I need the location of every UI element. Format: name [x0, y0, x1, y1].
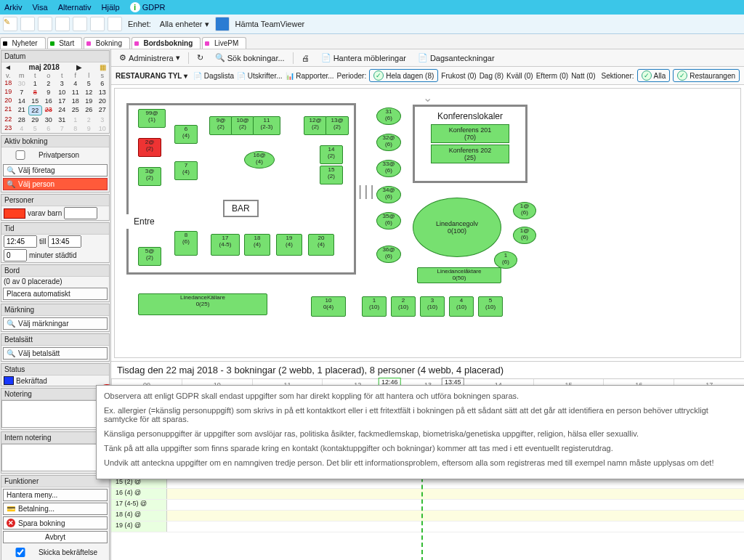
- table[interactable]: 34@(6): [376, 186, 401, 203]
- cal-day[interactable]: 22: [28, 105, 42, 115]
- table[interactable]: 99@(1): [138, 109, 166, 128]
- administrera-button[interactable]: ⚙ Administrera ▾: [116, 52, 184, 64]
- cal-day[interactable]: 2: [42, 79, 56, 88]
- cal-day[interactable]: 7: [15, 88, 29, 97]
- notering-textarea[interactable]: [1, 400, 109, 428]
- cal-day[interactable]: 26: [82, 105, 96, 115]
- linedancekallare[interactable]: LinedanceKällare0(25): [138, 293, 267, 315]
- tab-livepm[interactable]: LivePM: [202, 37, 246, 49]
- timeline-row[interactable]: 19 (4) @: [111, 522, 744, 532]
- cal-day[interactable]: 28: [15, 115, 29, 124]
- betalning-button[interactable]: 💳 Betalning...: [3, 503, 108, 515]
- cal-day[interactable]: 2: [82, 115, 96, 124]
- table[interactable]: 32@(6): [376, 134, 401, 151]
- floor-plan[interactable]: ⌄ Entre BAR ||| Konferenslokaler Konfere…: [114, 88, 741, 358]
- table[interactable]: 16@(4): [244, 151, 275, 169]
- cal-day[interactable]: 30: [42, 115, 56, 124]
- rapporter-button[interactable]: 📊 Rapporter...: [286, 72, 334, 80]
- period-frukost[interactable]: Frukost (0): [441, 72, 476, 80]
- table[interactable]: 33@(6): [376, 160, 401, 177]
- restaurant-dropdown[interactable]: RESTAURANG TYL ▾: [116, 72, 187, 80]
- cal-day[interactable]: 1: [69, 115, 83, 124]
- time-to[interactable]: [48, 235, 81, 248]
- table[interactable]: 9@(2): [209, 116, 232, 135]
- cal-day[interactable]: 5: [28, 124, 42, 133]
- cal-day[interactable]: 10: [96, 124, 110, 133]
- cal-day[interactable]: 5: [82, 79, 96, 88]
- timeline-row[interactable]: 15 (2) @: [111, 478, 744, 489]
- table[interactable]: 6(4): [174, 125, 198, 144]
- cal-day[interactable]: 3: [96, 115, 110, 124]
- konferens-201[interactable]: Konferens 201(70): [431, 124, 509, 143]
- cal-day[interactable]: 10: [55, 88, 69, 97]
- cal-prev[interactable]: ◄: [4, 63, 12, 71]
- cal-day[interactable]: 7: [55, 124, 69, 133]
- intern-notering-textarea[interactable]: [1, 444, 109, 471]
- konferens-202[interactable]: Konferens 202(25): [431, 145, 509, 163]
- spara-bokning-button[interactable]: ✕ Spara bokning: [3, 516, 108, 529]
- table[interactable]: 15(2): [320, 166, 343, 184]
- table[interactable]: 1@(6): [513, 227, 536, 244]
- linedancelaktare[interactable]: Linedancelåktare0(50): [417, 267, 501, 283]
- cal-day[interactable]: 21: [15, 105, 29, 115]
- valj-markningar-button[interactable]: 🔍 Välj märkningar: [3, 317, 108, 330]
- period-kvall[interactable]: Kväll (0): [506, 72, 533, 80]
- cal-day[interactable]: 20: [96, 97, 110, 105]
- cal-day[interactable]: 11: [69, 88, 83, 97]
- cal-day[interactable]: 19: [82, 97, 96, 105]
- table[interactable]: 12@(2): [304, 116, 327, 135]
- cal-day[interactable]: 27: [96, 105, 110, 115]
- period-natt[interactable]: Natt (0): [571, 72, 595, 80]
- print-button[interactable]: 🖨: [298, 52, 313, 64]
- tool-icon-2[interactable]: [55, 17, 70, 31]
- cal-day[interactable]: 13: [96, 88, 110, 97]
- table[interactable]: 35@(6): [376, 212, 401, 230]
- menu-hjalp[interactable]: Hjälp: [102, 3, 120, 12]
- table[interactable]: 5(10): [478, 296, 503, 317]
- menu-visa[interactable]: Visa: [32, 3, 47, 12]
- dagslista-button[interactable]: 📄 Dagslista: [193, 72, 234, 80]
- timeline-row[interactable]: 16 (4) @: [111, 489, 744, 500]
- table[interactable]: 100(4): [311, 296, 346, 317]
- cal-day[interactable]: 17: [55, 97, 69, 105]
- table[interactable]: 3@(2): [138, 167, 161, 186]
- table[interactable]: 2@(2): [138, 138, 161, 157]
- timeline-row[interactable]: 18 (4) @: [111, 511, 744, 522]
- cal-day[interactable]: 14: [15, 97, 29, 105]
- teamviewer-link[interactable]: Hämta TeamViewer: [232, 20, 308, 28]
- hantera-meny-button[interactable]: Hantera meny...: [3, 489, 108, 501]
- valj-foretag-button[interactable]: 🔍 Välj företag: [3, 164, 108, 176]
- linedancegolv[interactable]: Linedancegolv0(100): [413, 198, 501, 257]
- time-from[interactable]: [4, 235, 37, 248]
- cal-pick[interactable]: ▦: [100, 63, 106, 71]
- table[interactable]: 10@(2): [231, 116, 254, 135]
- timeline-row[interactable]: 17 (4-5) @: [111, 500, 744, 511]
- cal-day[interactable]: 9: [42, 88, 56, 97]
- table[interactable]: 1(10): [362, 296, 387, 317]
- cal-day[interactable]: 9: [82, 124, 96, 133]
- sektion-alla[interactable]: ✓Alla: [637, 69, 671, 82]
- cal-day[interactable]: 4: [15, 124, 29, 133]
- table[interactable]: 8(6): [174, 231, 198, 256]
- cal-day[interactable]: 31: [55, 115, 69, 124]
- privatperson-checkbox[interactable]: [7, 150, 34, 160]
- table[interactable]: 13@(2): [326, 116, 349, 135]
- cal-day[interactable]: 12: [82, 88, 96, 97]
- table[interactable]: 3(10): [420, 296, 445, 317]
- tab-bordsbokning[interactable]: Bordsbokning: [132, 37, 201, 49]
- placera-auto-button[interactable]: Placera automatiskt: [3, 288, 108, 300]
- table[interactable]: 1@(6): [513, 202, 536, 219]
- table[interactable]: 4(10): [449, 296, 474, 317]
- cal-day[interactable]: 6: [96, 79, 110, 88]
- cal-day[interactable]: 30: [15, 79, 29, 88]
- cal-day[interactable]: 16: [42, 97, 56, 105]
- cal-day[interactable]: 15: [28, 97, 42, 105]
- enhet-dropdown[interactable]: Alla enheter ▾: [157, 20, 212, 29]
- skicka-bekraftelse-checkbox[interactable]: [7, 548, 34, 557]
- tab-start[interactable]: Start: [47, 37, 83, 49]
- table[interactable]: 19(4): [276, 234, 302, 256]
- table[interactable]: 2(10): [391, 296, 416, 317]
- stadtid-input[interactable]: [4, 249, 27, 261]
- table[interactable]: 7(4): [174, 161, 198, 180]
- cal-day[interactable]: 4: [69, 79, 83, 88]
